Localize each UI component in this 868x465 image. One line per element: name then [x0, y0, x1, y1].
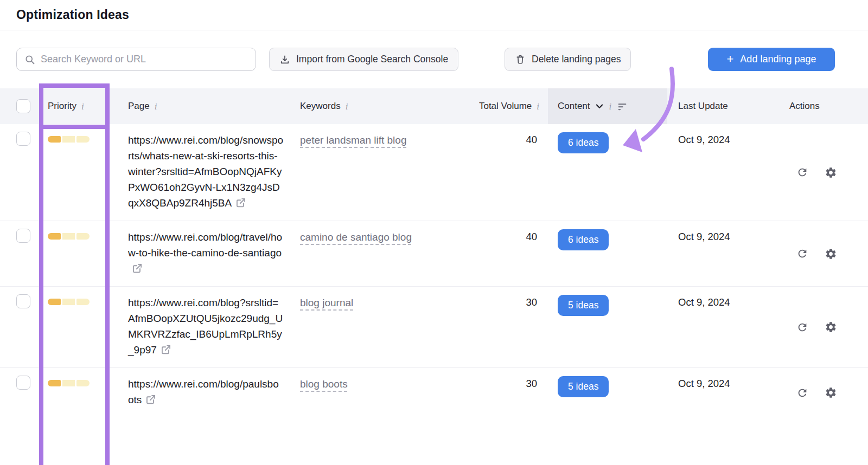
total-volume-value: 40 [429, 221, 548, 243]
refresh-icon [796, 321, 808, 333]
last-update-value: Oct 9, 2024 [667, 287, 770, 308]
refresh-icon [796, 387, 808, 399]
table-header-row: Priority i Page i Keywords i Total Volum… [0, 88, 868, 124]
settings-button[interactable] [825, 386, 837, 399]
priority-info-icon[interactable]: i [81, 102, 85, 111]
refresh-button[interactable] [796, 386, 808, 399]
row-checkbox[interactable] [16, 294, 30, 308]
last-update-header-label: Last Update [678, 101, 728, 112]
download-icon [279, 54, 290, 65]
header-cell-content[interactable]: Content i [548, 88, 667, 124]
ideas-button[interactable]: 5 ideas [558, 376, 609, 397]
keyword-link[interactable]: blog boots [300, 378, 348, 390]
add-landing-page-button[interactable]: + Add landing page [708, 48, 835, 71]
priority-segment [76, 299, 90, 305]
external-link-icon[interactable] [235, 197, 246, 208]
gear-icon [825, 321, 837, 333]
row-checkbox[interactable] [16, 132, 30, 146]
settings-button[interactable] [825, 248, 837, 260]
table-body: https://www.rei.com/blog/snowsports/what… [0, 124, 868, 417]
refresh-icon [796, 166, 808, 178]
add-landing-page-label: Add landing page [740, 54, 816, 65]
priority-segment [62, 380, 75, 386]
refresh-button[interactable] [796, 248, 808, 260]
priority-segment [62, 233, 75, 240]
priority-bar [48, 233, 90, 240]
settings-button[interactable] [825, 321, 837, 333]
external-link-icon[interactable] [161, 344, 171, 355]
gear-icon [825, 248, 837, 260]
priority-segment [76, 380, 90, 386]
sort-descending-icon[interactable] [617, 101, 628, 111]
priority-segment [76, 233, 90, 240]
priority-segment [48, 299, 61, 305]
total-volume-value: 40 [429, 124, 548, 146]
actions-header-label: Actions [789, 101, 820, 112]
header-cell-total-volume[interactable]: Total Volume i [429, 88, 548, 124]
last-update-value: Oct 9, 2024 [667, 368, 770, 390]
page-url: https://www.rei.com/blog/snowsports/what… [128, 134, 283, 209]
external-link-icon[interactable] [132, 263, 143, 274]
refresh-button[interactable] [796, 321, 808, 333]
table-row: https://www.rei.com/blog/paulsboots blog… [0, 368, 868, 417]
gear-icon [825, 386, 837, 399]
import-gsc-label: Import from Google Search Console [296, 54, 448, 65]
priority-segment [48, 380, 61, 386]
search-icon [24, 54, 35, 65]
plus-icon: + [727, 53, 734, 65]
priority-segment [76, 136, 90, 143]
ideas-button[interactable]: 5 ideas [558, 295, 609, 316]
priority-bar [48, 299, 90, 305]
total-volume-value: 30 [429, 287, 548, 308]
last-update-value: Oct 9, 2024 [667, 221, 770, 243]
page-url: https://www.rei.com/blog/paulsboots [128, 378, 279, 405]
header-cell-last-update[interactable]: Last Update [667, 88, 770, 124]
delete-landing-pages-label: Delete landing pages [532, 54, 621, 65]
trash-icon [515, 54, 526, 65]
search-box[interactable] [16, 48, 256, 71]
row-checkbox[interactable] [16, 229, 30, 243]
total-volume-info-icon[interactable]: i [536, 102, 540, 111]
priority-segment [48, 233, 61, 240]
header-cell-page[interactable]: Page i [110, 88, 300, 124]
import-gsc-button[interactable]: Import from Google Search Console [269, 48, 458, 71]
priority-segment [62, 136, 75, 143]
optimization-ideas-page: Optimization Ideas Import from Google Se… [0, 0, 868, 465]
chevron-down-icon[interactable] [595, 102, 604, 111]
keyword-link[interactable]: peter landsman lift blog [300, 134, 406, 146]
table-row: https://www.rei.com/blog/snowsports/what… [0, 124, 868, 221]
keyword-link[interactable]: camino de santiago blog [300, 231, 412, 243]
keywords-info-icon[interactable]: i [345, 102, 349, 111]
total-volume-header-label: Total Volume [479, 101, 532, 112]
keyword-link[interactable]: blog journal [300, 297, 353, 308]
page-title: Optimization Ideas [16, 8, 129, 22]
landing-pages-table: Priority i Page i Keywords i Total Volum… [0, 88, 868, 417]
last-update-value: Oct 9, 2024 [667, 124, 770, 146]
priority-bar [48, 380, 90, 386]
select-all-checkbox[interactable] [16, 99, 30, 113]
content-header-label: Content [558, 101, 590, 112]
refresh-button[interactable] [796, 166, 808, 179]
header-cell-actions: Actions [770, 88, 868, 124]
ideas-button[interactable]: 6 ideas [558, 229, 609, 250]
header-cell-priority[interactable]: Priority i [39, 88, 110, 124]
gear-icon [825, 166, 837, 179]
keywords-header-label: Keywords [300, 101, 341, 112]
row-checkbox[interactable] [16, 376, 30, 390]
priority-header-label: Priority [48, 101, 76, 112]
content-info-icon[interactable]: i [609, 102, 612, 111]
page-url: https://www.rei.com/blog/travel/how-to-h… [128, 231, 282, 274]
table-row: https://www.rei.com/blog?srsltid=AfmBOop… [0, 287, 868, 368]
refresh-icon [796, 248, 808, 260]
external-link-icon[interactable] [145, 394, 156, 405]
settings-button[interactable] [825, 166, 837, 179]
ideas-button[interactable]: 6 ideas [558, 132, 609, 153]
priority-segment [62, 299, 75, 305]
page-info-icon[interactable]: i [154, 102, 158, 111]
table-row: https://www.rei.com/blog/travel/how-to-h… [0, 221, 868, 287]
header-cell-keywords[interactable]: Keywords i [300, 88, 429, 124]
header-cell-checkbox [0, 88, 39, 124]
search-input[interactable] [41, 54, 248, 65]
delete-landing-pages-button[interactable]: Delete landing pages [505, 48, 631, 71]
page-url: https://www.rei.com/blog?srsltid=AfmBOop… [128, 297, 283, 356]
